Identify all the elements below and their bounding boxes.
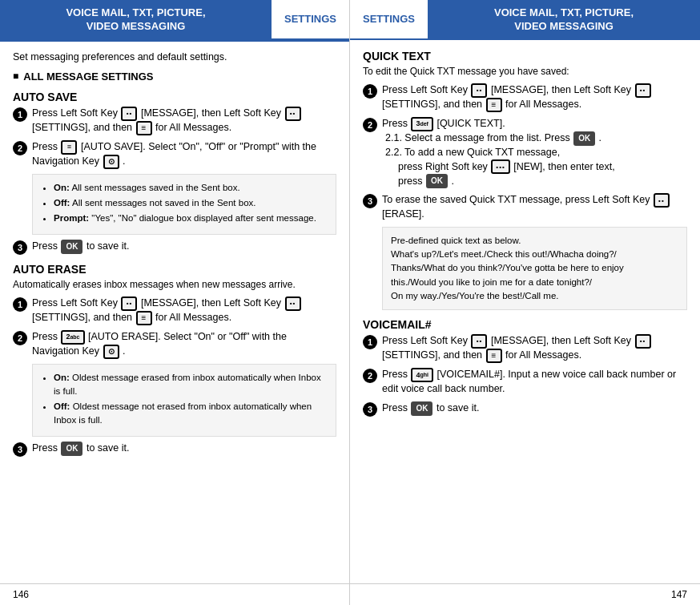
right-content: QUICK TEXT To edit the Quick TXT message… <box>350 40 700 583</box>
message-key-2: •• <box>121 296 137 311</box>
left-page: VOICE MAIL, TXT, PICTURE, VIDEO MESSAGIN… <box>0 0 350 605</box>
left-header: VOICE MAIL, TXT, PICTURE, VIDEO MESSAGIN… <box>0 0 349 42</box>
erase-step-num-1: 1 <box>13 297 27 312</box>
auto-save-info-box: On: All sent messages saved in the Sent … <box>32 174 336 235</box>
vm-step3: 3 Press OK to save it. <box>363 401 687 417</box>
left-page-number: 146 <box>0 583 350 605</box>
auto-erase-info-box: On: Oldest message erased from inbox aut… <box>32 364 336 437</box>
qt-all-key: ≡ <box>486 98 502 112</box>
quick-text-title: QUICK TEXT <box>363 50 687 63</box>
auto-erase-step3: 3 Press OK to save it. <box>13 442 336 457</box>
predefined-box: Pre-defined quick text as below. What's … <box>382 227 687 310</box>
qt-message-key: •• <box>471 83 487 98</box>
auto-erase-step2: 2 Press 2abc [AUTO ERASE]. Select "On" o… <box>13 330 336 359</box>
vm-message-key: •• <box>471 334 487 349</box>
all-messages-key: ≡ <box>136 121 152 135</box>
auto-save-step2: 2 Press ≡ [AUTO SAVE]. Select "On", "Off… <box>13 140 336 169</box>
step-num-2: 2 <box>13 141 27 155</box>
qt-step3-text: To erase the saved Quick TXT message, pr… <box>382 193 687 222</box>
vm-step1-text: Press Left Soft Key •• [MESSAGE], then L… <box>382 334 687 363</box>
vm-settings-key: •• <box>635 334 651 349</box>
erase-step1-text: Press Left Soft Key •• [MESSAGE], then L… <box>32 296 336 325</box>
settings-key: •• <box>285 107 301 121</box>
right-header-title: VOICE MAIL, TXT, PICTURE, VIDEO MESSAGIN… <box>428 0 700 40</box>
auto-erase-key: 2abc <box>61 330 84 345</box>
nav-key-2: ⊙ <box>103 345 119 359</box>
step-num-1: 1 <box>13 107 27 122</box>
predefined-text: Pre-defined quick text as below. What's … <box>391 236 624 300</box>
vm-step1: 1 Press Left Soft Key •• [MESSAGE], then… <box>363 334 687 363</box>
erase-key: •• <box>654 193 670 208</box>
vm-step-num-1: 1 <box>363 335 377 349</box>
erase-step-num-2: 2 <box>13 331 27 345</box>
nav-key: ⊙ <box>103 155 119 169</box>
vm-step2: 2 Press 4ghi [VOICEMAIL#]. Input a new v… <box>363 368 687 397</box>
ok-key-qt2: OK <box>426 174 448 188</box>
qt-step1: 1 Press Left Soft Key •• [MESSAGE], then… <box>363 83 687 112</box>
prompt-label: Prompt: <box>54 213 89 223</box>
vm-step-num-2: 2 <box>363 369 377 383</box>
ok-key-1: OK <box>61 240 82 254</box>
voicemail-title: VOICEMAIL# <box>363 318 687 331</box>
vm-key: 4ghi <box>411 368 433 382</box>
auto-save-step3: 3 Press OK to save it. <box>13 240 336 255</box>
all-messages-key-2: ≡ <box>136 311 152 325</box>
erase-off-label: Off: <box>54 401 70 411</box>
on-label: On: <box>54 183 70 192</box>
right-page-number: 147 <box>350 583 700 605</box>
auto-erase-title: AUTO ERASE <box>13 263 336 276</box>
auto-erase-step1: 1 Press Left Soft Key •• [MESSAGE], then… <box>13 296 336 325</box>
left-header-settings: SETTINGS <box>272 0 349 40</box>
auto-save-key: ≡ <box>61 140 77 155</box>
step1-text: Press Left Soft Key •• [MESSAGE], then L… <box>32 107 336 135</box>
vm-step-num-3: 3 <box>363 402 377 417</box>
auto-erase-desc: Automatically erases inbox messages when… <box>13 279 336 290</box>
quick-text-desc: To edit the Quick TXT message you have s… <box>363 66 687 77</box>
erase-step2-text: Press 2abc [AUTO ERASE]. Select "On" or … <box>32 330 336 359</box>
right-header: SETTINGS VOICE MAIL, TXT, PICTURE, VIDEO… <box>350 0 700 40</box>
left-header-title: VOICE MAIL, TXT, PICTURE, VIDEO MESSAGIN… <box>0 0 272 40</box>
section-title: ALL MESSAGE SETTINGS <box>23 71 153 83</box>
qt-step-num-3: 3 <box>363 194 377 208</box>
ok-key-vm: OK <box>411 401 432 416</box>
vm-step3-text: Press OK to save it. <box>382 401 687 416</box>
right-page: SETTINGS VOICE MAIL, TXT, PICTURE, VIDEO… <box>350 0 700 605</box>
qt-step-num-2: 2 <box>363 118 377 132</box>
step-num-3: 3 <box>13 240 27 255</box>
erase-step-num-3: 3 <box>13 442 27 457</box>
qt-step-num-1: 1 <box>363 84 377 99</box>
right-header-settings: SETTINGS <box>350 0 428 40</box>
left-content: Set messaging preferences and default se… <box>0 42 349 583</box>
qt-settings-key: •• <box>635 83 651 98</box>
erase-on-label: On: <box>54 373 70 382</box>
ok-key-qt1: OK <box>573 131 595 146</box>
erase-step3-text: Press OK to save it. <box>32 442 336 456</box>
qt-step2: 2 Press 3def [QUICK TEXT]. 2.1. Select a… <box>363 117 687 189</box>
vm-all-key: ≡ <box>486 349 502 363</box>
new-key: ••• <box>491 159 509 174</box>
message-key: •• <box>121 107 137 121</box>
qt-step3: 3 To erase the saved Quick TXT message, … <box>363 193 687 222</box>
settings-key-2: •• <box>285 296 301 311</box>
auto-save-title: AUTO SAVE <box>13 91 336 103</box>
step3-text: Press OK to save it. <box>32 240 336 254</box>
intro-text: Set messaging preferences and default se… <box>13 51 336 63</box>
step2-text: Press ≡ [AUTO SAVE]. Select "On", "Off" … <box>32 140 336 169</box>
qt-key: 3def <box>411 117 433 131</box>
all-message-settings-header: ALL MESSAGE SETTINGS <box>13 71 336 83</box>
vm-step2-text: Press 4ghi [VOICEMAIL#]. Input a new voi… <box>382 368 687 397</box>
qt-step2-text: Press 3def [QUICK TEXT]. 2.1. Select a m… <box>382 117 687 189</box>
auto-save-step1: 1 Press Left Soft Key •• [MESSAGE], then… <box>13 107 336 135</box>
ok-key-2: OK <box>61 442 82 456</box>
off-label: Off: <box>54 198 70 208</box>
qt-step1-text: Press Left Soft Key •• [MESSAGE], then L… <box>382 83 687 112</box>
